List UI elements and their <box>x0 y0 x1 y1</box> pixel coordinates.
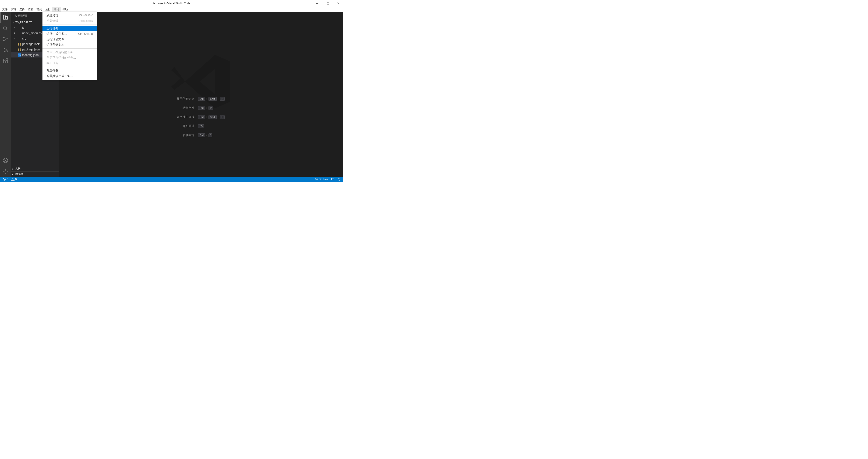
extensions-icon[interactable] <box>0 55 11 66</box>
svg-point-0 <box>3 26 7 29</box>
plus-separator: + <box>218 116 219 118</box>
plus-separator: + <box>218 97 219 100</box>
menu-entry: 终止任务… <box>42 60 97 66</box>
menu-entry-label: 显示正在运行的任务… <box>46 50 76 54</box>
go-live-label: Go Live <box>319 178 328 181</box>
menu-entry-label: 运行生成任务… <box>46 32 67 36</box>
panel-label: 大纲 <box>16 167 21 170</box>
menu-entry[interactable]: 配置默认生成任务… <box>42 74 97 79</box>
menu-item-2[interactable]: 选择 <box>18 7 26 12</box>
welcome-shortcuts: 显示所有命令Ctrl+Shift+P转到文件Ctrl+P在文件中查找Ctrl+S… <box>177 94 225 140</box>
plus-separator: + <box>206 97 207 100</box>
menu-entry[interactable]: 配置任务… <box>42 68 97 74</box>
window-title: ts_project - Visual Studio Code <box>153 2 190 5</box>
chevron-right-icon: › <box>14 31 17 34</box>
editor-area: 显示所有命令Ctrl+Shift+P转到文件Ctrl+P在文件中查找Ctrl+S… <box>59 12 343 177</box>
menu-item-5[interactable]: 运行 <box>43 7 52 12</box>
shortcut-keys: Ctrl+Shift+F <box>198 115 225 119</box>
shortcut-row: 转到文件Ctrl+P <box>177 104 225 113</box>
menu-entry-label: 拆分终端 <box>46 19 58 23</box>
chevron-right-icon: › <box>14 37 17 40</box>
svg-rect-7 <box>6 61 7 63</box>
go-live-button[interactable]: Go Live <box>314 178 329 181</box>
warning-count: 0 <box>15 178 17 181</box>
svg-point-4 <box>6 50 7 52</box>
menu-entry-label: 新建终端 <box>46 13 58 18</box>
warnings-status[interactable]: 0 <box>10 178 18 181</box>
json-icon: { } <box>18 42 21 46</box>
menu-entry: 拆分终端Ctrl+Shift+5 <box>42 18 97 24</box>
plus-separator: + <box>206 107 207 109</box>
shortcut-label: 在文件中查找 <box>177 115 194 119</box>
chevron-right-icon: › <box>14 26 17 29</box>
menu-entry-label: 运行活动文件 <box>46 37 64 41</box>
status-bar: 0 0 Go Live <box>0 177 343 182</box>
plus-separator: + <box>206 134 207 137</box>
keycap: ` <box>209 133 213 137</box>
panel-label: 时间线 <box>16 172 23 176</box>
error-count: 0 <box>7 178 8 181</box>
keycap: Ctrl <box>198 106 205 110</box>
keycap: F <box>220 115 225 119</box>
menu-item-3[interactable]: 查看 <box>26 7 35 12</box>
minimize-button[interactable]: ─ <box>312 0 322 7</box>
chevron-down-icon: ⌄ <box>12 21 16 24</box>
errors-status[interactable]: 0 <box>2 178 9 181</box>
explorer-icon[interactable] <box>0 12 11 23</box>
menu-item-1[interactable]: 编辑 <box>9 7 18 12</box>
menu-entry-shortcut: Ctrl+Shift+5 <box>79 19 93 23</box>
settings-icon[interactable] <box>0 166 11 177</box>
menu-entry-label: 重启正在运行的任务… <box>46 56 76 60</box>
accounts-icon[interactable] <box>0 155 11 166</box>
menu-entry[interactable]: 运行所选文本 <box>42 42 97 48</box>
window-controls: ─ ▢ ✕ <box>312 0 343 7</box>
keycap: Ctrl <box>198 97 205 101</box>
menu-entry-shortcut: Ctrl+Shift+` <box>79 14 93 17</box>
svg-point-2 <box>4 40 5 41</box>
shortcut-label: 显示所有命令 <box>177 97 194 101</box>
notifications-icon[interactable] <box>337 178 342 181</box>
source-control-icon[interactable] <box>0 34 11 45</box>
shortcut-label: 切换终端 <box>183 133 194 137</box>
menu-item-4[interactable]: 转到 <box>35 7 43 12</box>
shortcut-label: 转到文件 <box>183 106 194 110</box>
close-button[interactable]: ✕ <box>333 0 343 7</box>
menu-entry[interactable]: 运行活动文件 <box>42 36 97 42</box>
menu-item-7[interactable]: 帮助 <box>61 7 69 12</box>
title-bar: ts_project - Visual Studio Code ─ ▢ ✕ <box>0 0 343 7</box>
menu-entry: 显示正在运行的任务… <box>42 50 97 55</box>
menu-entry-label: 配置任务… <box>46 68 61 73</box>
feedback-icon[interactable] <box>330 178 335 181</box>
menu-entry[interactable]: 运行生成任务…Ctrl+Shift+B <box>42 31 97 36</box>
menu-entry: 重启正在运行的任务… <box>42 55 97 60</box>
shortcut-keys: Ctrl+` <box>198 133 225 137</box>
outline-panel[interactable]: › 大纲 <box>11 166 59 171</box>
svg-rect-5 <box>3 59 5 61</box>
menu-item-0[interactable]: 文件 <box>0 7 9 12</box>
project-name: TS_PROJECT <box>16 21 32 24</box>
svg-rect-14 <box>332 178 334 180</box>
activity-bar <box>0 12 11 177</box>
svg-rect-8 <box>6 59 8 60</box>
keycap: F5 <box>198 124 204 128</box>
shortcut-row: 在文件中查找Ctrl+Shift+F <box>177 113 225 121</box>
timeline-panel[interactable]: › 时间线 <box>11 171 59 177</box>
terminal-menu-dropdown: 新建终端Ctrl+Shift+`拆分终端Ctrl+Shift+5运行任务…运行生… <box>42 12 97 80</box>
menu-bar: 文件编辑选择查看转到运行终端帮助 <box>0 7 343 12</box>
search-icon[interactable] <box>0 23 11 34</box>
keycap: P <box>209 106 213 110</box>
menu-entry[interactable]: 新建终端Ctrl+Shift+` <box>42 13 97 18</box>
svg-point-10 <box>5 159 6 161</box>
shortcut-keys: Ctrl+Shift+P <box>198 97 225 101</box>
menu-separator <box>42 67 97 67</box>
svg-rect-6 <box>3 61 5 63</box>
menu-entry-shortcut: Ctrl+Shift+B <box>78 32 93 35</box>
keycap: Ctrl <box>198 115 205 119</box>
menu-entry-label: 终止任务… <box>46 61 61 65</box>
menu-item-6[interactable]: 终端 <box>52 7 61 12</box>
menu-entry-label: 运行所选文本 <box>46 43 64 47</box>
run-debug-icon[interactable] <box>0 45 11 55</box>
shortcut-keys: F5 <box>198 124 225 128</box>
maximize-button[interactable]: ▢ <box>322 0 333 7</box>
menu-entry[interactable]: 运行任务… <box>42 26 97 31</box>
